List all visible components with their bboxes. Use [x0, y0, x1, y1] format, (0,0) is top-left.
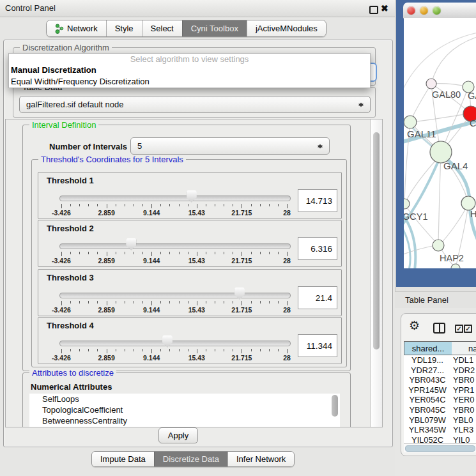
network-edge[interactable]: [441, 205, 468, 243]
column-header-shared[interactable]: shared...: [404, 341, 452, 355]
cell-shared-name[interactable]: YDL19...: [404, 355, 451, 365]
zoom-traffic-light-icon[interactable]: [433, 6, 441, 15]
tab-infer-network[interactable]: Infer Network: [227, 452, 294, 466]
network-edge[interactable]: [431, 36, 476, 84]
cell-name[interactable]: YBR0: [451, 405, 474, 415]
number-of-intervals-label: Number of Intervals: [49, 142, 127, 151]
vertical-scrollbar-thumb[interactable]: [373, 132, 380, 349]
vertical-scrollbar[interactable]: [370, 119, 383, 427]
horizontal-scrollbar[interactable]: [404, 443, 476, 452]
cell-shared-name[interactable]: YBL079W: [404, 415, 451, 426]
table-row[interactable]: YPR145WYPR1: [404, 385, 476, 395]
cell-name[interactable]: YPR1: [451, 385, 474, 395]
attribute-list-item[interactable]: BetweennessCentrality: [29, 415, 340, 426]
slider-scale-label: 28: [283, 354, 291, 362]
cell-shared-name[interactable]: YBR045C: [404, 405, 451, 415]
dropdown-placeholder-item[interactable]: Select algorithm to view settings: [9, 54, 370, 65]
cell-name[interactable]: YER0: [451, 395, 474, 405]
column-header-name[interactable]: na: [452, 341, 476, 355]
checkbox-icon[interactable]: ✓: [455, 325, 463, 333]
network-edge[interactable]: [404, 224, 410, 268]
network-node-label: HAP2: [440, 253, 464, 263]
network-window-titlebar[interactable]: [403, 3, 476, 19]
tab-cyni-toolbox[interactable]: Cyni Toolbox: [182, 20, 247, 36]
tick-mark: [179, 252, 180, 254]
tick-mark: [215, 301, 215, 303]
table-row[interactable]: YLR345WYLR3: [404, 425, 476, 435]
horizontal-scrollbar-thumb[interactable]: [405, 445, 475, 452]
threshold-1-value-field[interactable]: 14.713: [298, 189, 337, 212]
minimize-traffic-light-icon[interactable]: [420, 6, 428, 15]
table-row[interactable]: YBR045CYBR0: [404, 405, 476, 415]
table-data-combobox[interactable]: galFiltered.sif default node: [19, 96, 371, 113]
slider-scale-label: -3.426: [52, 354, 71, 362]
slider-scale-label: 15.43: [188, 209, 205, 217]
network-node-gal80[interactable]: [426, 79, 436, 89]
cell-name[interactable]: YBL0: [451, 415, 473, 426]
tick-mark: [142, 252, 143, 254]
network-edge[interactable]: [438, 155, 441, 245]
panel-title: Control Panel: [5, 0, 56, 17]
cell-name[interactable]: YDR2: [451, 365, 475, 376]
checkbox-icon[interactable]: ✓: [464, 325, 472, 333]
cell-shared-name[interactable]: YPR145W: [404, 385, 451, 395]
close-icon[interactable]: ✖: [381, 3, 388, 14]
table-row[interactable]: YBR043CYBR0: [404, 375, 476, 385]
cell-shared-name[interactable]: YBR043C: [404, 375, 451, 385]
network-node-gal4[interactable]: [430, 141, 452, 163]
list-scrollbar-thumb[interactable]: [332, 395, 338, 417]
close-traffic-light-icon[interactable]: [407, 6, 415, 15]
cell-name[interactable]: YDL1: [451, 355, 473, 365]
float-window-icon[interactable]: [369, 6, 378, 14]
network-node-h[interactable]: [461, 196, 475, 210]
tick-mark: [70, 349, 71, 351]
tick-mark: [61, 252, 62, 256]
network-node-gcy1[interactable]: [404, 199, 410, 209]
control-panel: Control Panel ✖ Network Style Select Cyn…: [0, 0, 395, 476]
cell-shared-name[interactable]: YIL052C: [404, 435, 451, 443]
tab-select[interactable]: Select: [142, 20, 182, 36]
dropdown-option-equal-width[interactable]: Equal Width/Frequency Discretization: [9, 76, 370, 88]
cell-name[interactable]: YLR3: [451, 425, 473, 435]
tab-jactivemnodules[interactable]: jActiveMNodules: [247, 20, 326, 36]
cell-shared-name[interactable]: YER054C: [404, 395, 451, 405]
network-edge[interactable]: [410, 114, 468, 122]
cell-shared-name[interactable]: YDR27...: [404, 365, 451, 376]
table-data-combobox-value: galFiltered.sif default node: [26, 96, 123, 112]
tick-mark: [79, 349, 80, 351]
table-row[interactable]: YER054CYER0: [404, 395, 476, 405]
cell-name[interactable]: YBR0: [451, 375, 474, 385]
cell-name[interactable]: YIL0: [451, 435, 470, 443]
network-node-hap2[interactable]: [433, 240, 444, 251]
tab-impute-data[interactable]: Impute Data: [92, 452, 154, 466]
network-canvas[interactable]: GAL80GACGAL11GAL4GCY1HHAP2: [404, 18, 476, 268]
attribute-list-item[interactable]: TopologicalCoefficient: [29, 404, 340, 415]
tab-discretize-data[interactable]: Discretize Data: [154, 452, 227, 466]
table-row[interactable]: YIL052CYIL0: [404, 435, 476, 443]
table-row[interactable]: YDR27...YDR2: [404, 365, 476, 376]
dropdown-option-manual-discretization[interactable]: Manual Discretization: [9, 65, 370, 76]
attribute-list-item[interactable]: SelfLoops: [29, 394, 340, 404]
tab-network[interactable]: Network: [47, 20, 106, 36]
threshold-4-value-field[interactable]: 11.344: [298, 334, 337, 357]
threshold-3-value-field[interactable]: 21.4: [298, 286, 337, 309]
tick-mark: [251, 349, 252, 351]
tick-mark: [70, 301, 71, 303]
table-row[interactable]: YDL19...YDL1: [404, 355, 476, 365]
number-of-intervals-spinner[interactable]: 5: [130, 137, 330, 155]
tab-style[interactable]: Style: [106, 20, 142, 36]
network-node-gal11[interactable]: [404, 116, 417, 128]
threshold-2-value-field[interactable]: 6.316: [298, 237, 337, 260]
gear-icon[interactable]: ⚙: [409, 319, 420, 332]
table-row[interactable]: YBL079WYBL0: [404, 415, 476, 426]
cell-shared-name[interactable]: YLR345W: [404, 425, 451, 435]
tick-mark: [251, 301, 252, 303]
tick-mark: [88, 301, 89, 303]
tick-mark: [224, 252, 224, 254]
tick-mark: [197, 204, 197, 208]
columns-icon[interactable]: [433, 323, 445, 334]
slider-scale-label: -3.426: [52, 257, 71, 265]
tick-mark: [251, 252, 252, 254]
apply-button[interactable]: Apply: [158, 427, 198, 443]
tick-mark: [88, 204, 89, 206]
